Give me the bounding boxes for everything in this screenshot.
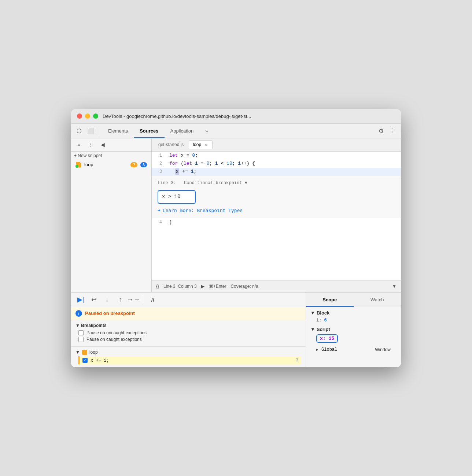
- run-icon[interactable]: ▶: [201, 284, 204, 289]
- breakpoints-header[interactable]: ▼ Breakpoints: [75, 323, 301, 328]
- deactivate-icon[interactable]: //: [148, 294, 158, 305]
- green-dot-icon: [75, 165, 78, 168]
- bp-file-icon: [82, 350, 87, 355]
- close-button[interactable]: [77, 114, 82, 119]
- block-header[interactable]: ▼ Block: [310, 310, 397, 316]
- coverage-label: Coverage: n/a: [231, 284, 258, 289]
- inspect-icon[interactable]: ⬡: [74, 126, 84, 136]
- pause-caught-checkbox[interactable]: [78, 337, 84, 342]
- left-toolbar: » ⋮ ◀: [71, 138, 151, 152]
- line-num-4: 4: [152, 218, 166, 226]
- scope-content: ▼ Block i: 6 ▼ Script x: 15: [306, 307, 401, 356]
- global-scope-item[interactable]: ▶ Global Window: [310, 346, 397, 353]
- breakpoints-section: ▼ loop ✓ x += i; 3: [71, 346, 306, 367]
- editor-area: » ⋮ ◀ + New snippet loop ? 3 get-started…: [71, 138, 401, 292]
- format-icon[interactable]: {}: [156, 284, 159, 289]
- toolbar-separator: [99, 126, 99, 135]
- block-i-item: i: 6: [310, 317, 397, 324]
- maximize-button[interactable]: [93, 114, 98, 119]
- pause-uncaught-label: Pause on uncaught exceptions: [86, 330, 147, 335]
- breakpoint-input-wrapper[interactable]: [158, 190, 196, 204]
- breakpoint-line-item[interactable]: ✓ x += i; 3: [78, 356, 301, 364]
- code-line-3: 3 x += i;: [152, 168, 401, 176]
- traffic-lights: [77, 114, 98, 119]
- scope-tab-scope[interactable]: Scope: [306, 293, 354, 307]
- play-icon[interactable]: ▶|: [75, 294, 86, 305]
- tab-close-icon[interactable]: ×: [203, 142, 209, 147]
- debug-section: ▶| ↩ ↓ ↑ →→ // i Paused on breakpoint ▼ …: [71, 293, 306, 367]
- scope-panel: Scope Watch ▼ Block i: 6 ▼: [306, 293, 401, 367]
- pause-uncaught-checkbox[interactable]: [78, 330, 84, 335]
- line-content-2: for (let i = 0; i < 10; i++) {: [166, 160, 401, 168]
- breakpoint-file[interactable]: ▼ loop: [75, 350, 301, 355]
- tab-elements[interactable]: Elements: [102, 123, 134, 138]
- bp-checkbox[interactable]: ✓: [82, 358, 88, 363]
- back-navigator-icon[interactable]: ◀: [97, 140, 108, 150]
- top-toolbar: ⬡ ⬜ Elements Sources Application » ⚙ ⋮: [71, 124, 401, 138]
- step-into-icon[interactable]: ↓: [102, 294, 112, 305]
- scope-val-i: 6: [324, 318, 327, 323]
- number-badge: 3: [140, 162, 147, 167]
- step-out-icon[interactable]: ↑: [115, 294, 125, 305]
- editor-panel: get-started.js loop × 1 let x = 0; 2 for…: [152, 138, 401, 292]
- breakpoint-input[interactable]: [162, 194, 191, 200]
- bottom-section: ▶| ↩ ↓ ↑ →→ // i Paused on breakpoint ▼ …: [71, 292, 401, 367]
- toolbar-right: ⚙ ⋮: [376, 126, 398, 136]
- file-name: loop: [84, 162, 93, 167]
- question-badge: ?: [130, 162, 137, 167]
- pause-caught-row: Pause on caught exceptions: [78, 337, 301, 342]
- devtools-window: DevTools - googlechrome.github.io/devtoo…: [71, 109, 401, 367]
- scope-tabs: Scope Watch: [306, 293, 401, 307]
- line-num-3: 3: [152, 168, 166, 176]
- file-tab-loop[interactable]: loop ×: [189, 140, 213, 149]
- global-label: Global: [321, 347, 337, 352]
- script-header[interactable]: ▼ Script: [310, 327, 397, 332]
- step-icon[interactable]: →→: [128, 294, 139, 305]
- paused-banner: i Paused on breakpoint: [71, 307, 306, 320]
- new-snippet-button[interactable]: + New snippet: [71, 152, 151, 160]
- script-triangle-icon: ▼: [310, 327, 315, 332]
- scope-tab-watch[interactable]: Watch: [354, 293, 401, 307]
- step-over-icon[interactable]: ↩: [89, 294, 99, 305]
- pause-caught-label: Pause on caught exceptions: [86, 337, 142, 342]
- loop-file-item[interactable]: loop ? 3: [71, 160, 151, 170]
- line-num-1: 1: [152, 152, 166, 160]
- file-tab-get-started[interactable]: get-started.js: [155, 141, 187, 149]
- code-line-1: 1 let x = 0;: [152, 152, 401, 160]
- line-content-4: }: [166, 218, 401, 226]
- main-tab-bar: Elements Sources Application »: [102, 123, 375, 138]
- tab-sources[interactable]: Sources: [134, 123, 164, 138]
- code-line-2: 2 for (let i = 0; i < 10; i++) {: [152, 160, 401, 168]
- learn-more-link[interactable]: ➜ Learn more: Breakpoint Types: [158, 207, 395, 215]
- file-icon: [75, 162, 81, 168]
- line-content-3: x += i;: [166, 168, 401, 176]
- minimize-button[interactable]: [85, 114, 90, 119]
- tab-application[interactable]: Application: [165, 123, 200, 138]
- scope-val-x: x: 15: [316, 334, 338, 343]
- paused-label: Paused on breakpoint: [85, 310, 135, 316]
- block-label: Block: [317, 310, 329, 316]
- scope-key-i: i:: [316, 318, 324, 323]
- window-title: DevTools - googlechrome.github.io/devtoo…: [103, 114, 251, 119]
- debug-separator: [143, 295, 143, 304]
- pause-uncaught-row: Pause on uncaught exceptions: [78, 330, 301, 335]
- code-editor[interactable]: 1 let x = 0; 2 for (let i = 0; i < 10; i…: [152, 152, 401, 280]
- breakpoint-area: Line 3: Conditional breakpoint ▼ ➜ Learn…: [152, 176, 401, 218]
- line-content-1: let x = 0;: [166, 152, 401, 160]
- tab-more[interactable]: »: [199, 123, 214, 138]
- settings-icon[interactable]: ⚙: [376, 126, 386, 136]
- triangle-icon: ▼: [75, 350, 80, 355]
- bp-code: x += i;: [91, 358, 109, 363]
- expand-icon[interactable]: »: [74, 140, 84, 150]
- titlebar: DevTools - googlechrome.github.io/devtoo…: [71, 109, 401, 124]
- menu-icon[interactable]: ⋮: [388, 126, 398, 136]
- script-label: Script: [317, 327, 330, 332]
- global-triangle-icon: ▶: [316, 347, 318, 352]
- line-num-2: 2: [152, 160, 166, 168]
- left-menu-icon[interactable]: ⋮: [86, 140, 96, 150]
- script-scope-group: ▼ Script x: 15: [310, 327, 397, 343]
- device-toggle-icon[interactable]: ⬜: [86, 126, 96, 136]
- dropdown-icon[interactable]: ▼: [392, 284, 397, 289]
- file-tabs: get-started.js loop ×: [152, 138, 401, 152]
- position-label: Line 3, Column 3: [163, 284, 197, 289]
